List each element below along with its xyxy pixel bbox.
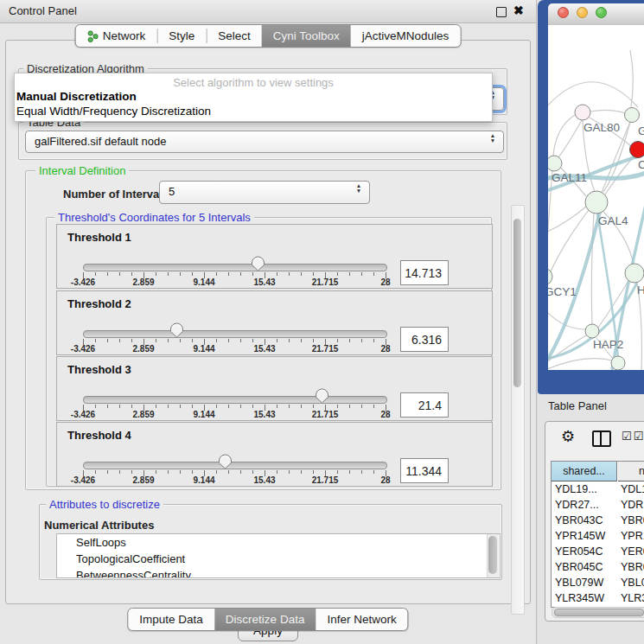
tab-label: Cyni Toolbox <box>273 25 340 47</box>
table-data-combobox[interactable]: galFiltered.sif default node ▲▼ <box>25 131 504 153</box>
slider-tick <box>289 470 290 474</box>
attributes-scrollbar[interactable] <box>487 534 499 577</box>
network-node-partial-node[interactable] <box>611 356 625 370</box>
slider-track[interactable] <box>83 462 387 469</box>
network-node-label: GAL11 <box>552 171 587 184</box>
control-panel-titlebar: Control Panel ✖ <box>0 0 536 23</box>
network-node-HAP2[interactable] <box>585 324 599 338</box>
slider-tick-label: 9.144 <box>178 475 230 485</box>
slider-tick-label: 15.43 <box>239 410 290 419</box>
num-intervals-combobox[interactable]: 5 ▲▼ <box>159 181 370 204</box>
slider-track[interactable] <box>83 330 387 338</box>
split-view-icon[interactable] <box>592 430 611 447</box>
slider-tick <box>301 405 302 408</box>
network-node-label: C <box>638 158 644 171</box>
network-node-GCY1[interactable] <box>548 268 552 285</box>
float-window-icon[interactable] <box>496 7 507 17</box>
network-node-GAL11[interactable] <box>548 156 562 171</box>
column-header-1[interactable]: shared... <box>552 462 617 481</box>
list-item[interactable]: BetweennessCentrality <box>57 567 500 578</box>
list-item[interactable]: TopologicalCoefficient <box>57 551 500 567</box>
threshold-value-field[interactable]: 14.713 <box>400 260 449 285</box>
table-row[interactable]: YBL079WYBL0 <box>552 575 644 590</box>
network-node-GAL80[interactable] <box>575 105 590 120</box>
close-icon[interactable]: ✖ <box>513 3 524 17</box>
network-node-H[interactable] <box>625 264 644 283</box>
slider-track[interactable] <box>83 264 387 271</box>
threshold-value-field[interactable]: 11.344 <box>400 458 449 483</box>
slider-tick-label: 2.859 <box>118 475 169 485</box>
slider-thumb[interactable] <box>251 256 265 271</box>
slider-track[interactable] <box>83 396 387 404</box>
slider-tick <box>349 339 350 342</box>
tab-network[interactable]: Network <box>76 25 157 47</box>
column-header-2[interactable]: n <box>618 462 644 481</box>
tab-impute-data[interactable]: Impute Data <box>128 609 214 630</box>
table-row[interactable]: YBR043CYBR0 <box>552 513 644 528</box>
network-edge <box>558 120 582 157</box>
network-node-label: GAL4 <box>598 214 628 227</box>
network-canvas[interactable]: GAL80GACGAL11GAL4GCY1HHAP2 <box>548 25 644 370</box>
table-cell: YLR3 <box>621 590 644 606</box>
table-row[interactable]: YLR345WYLR3 <box>552 590 644 606</box>
slider-tick <box>95 405 96 408</box>
slider-tick <box>361 339 362 342</box>
network-edge <box>548 82 638 108</box>
settings-scrollbar[interactable] <box>511 205 525 615</box>
scrollbar-thumb[interactable] <box>488 536 497 574</box>
algorithm-option[interactable]: Manual Discretization <box>16 90 137 103</box>
slider-tick <box>252 405 253 408</box>
threshold-label: Threshold 3 <box>67 363 131 376</box>
network-node-red-node[interactable] <box>630 142 644 158</box>
slider-thumb[interactable] <box>218 454 233 469</box>
tab-style[interactable]: Style <box>157 25 206 47</box>
network-node-GA[interactable] <box>625 108 640 123</box>
slider-tick-label: 9.144 <box>178 344 230 354</box>
algorithm-dropdown-popup: Select algorithm to view settings Manual… <box>14 73 493 122</box>
numerical-attributes-label: Numerical Attributes <box>44 519 154 532</box>
window-zoom-button[interactable] <box>596 7 607 18</box>
window-close-button[interactable] <box>558 7 569 18</box>
table-row[interactable]: YDL19...YDL1 <box>552 481 644 497</box>
slider-thumb[interactable] <box>315 388 329 404</box>
slider-tick <box>337 405 338 408</box>
table-row[interactable]: YPR145WYPR1 <box>552 528 644 544</box>
threshold-value-field[interactable]: 6.316 <box>400 327 449 352</box>
tab-infer-network[interactable]: Infer Network <box>316 609 407 630</box>
tab-select[interactable]: Select <box>207 25 262 47</box>
checkbox-icon[interactable]: ☑☑ <box>622 430 644 443</box>
scrollbar-thumb[interactable] <box>554 609 644 616</box>
slider-tick <box>252 470 253 474</box>
tab-jactivemnodules[interactable]: jActiveMNodules <box>351 25 461 47</box>
window-minimize-button[interactable] <box>577 7 588 18</box>
slider-tick <box>228 470 229 474</box>
table-row[interactable]: YER054CYER0 <box>552 544 644 559</box>
table-row[interactable]: YBR045CYBR0 <box>552 559 644 575</box>
algorithm-option[interactable]: Equal Width/Frequency Discretization <box>16 105 211 118</box>
slider-tick-label: 21.715 <box>299 410 351 419</box>
slider-tick <box>252 272 253 276</box>
network-node-GAL4[interactable] <box>585 191 608 214</box>
list-item[interactable]: SelfLoops <box>57 534 500 551</box>
slider-thumb[interactable] <box>169 322 184 338</box>
slider-tick-label: 9.144 <box>178 277 230 287</box>
threshold-value-field[interactable]: 21.4 <box>400 392 449 418</box>
node-table[interactable]: shared...nYDL19...YDL1YDR27...YDR2YBR043… <box>551 461 644 608</box>
slider-tick <box>313 272 314 276</box>
tab-cyni-toolbox[interactable]: Cyni Toolbox <box>262 25 351 47</box>
table-hscrollbar[interactable] <box>552 607 644 618</box>
gear-icon[interactable]: ⚙ <box>561 427 575 445</box>
slider-tick <box>131 272 132 276</box>
slider-tick <box>95 470 96 474</box>
network-window-titlebar[interactable] <box>548 3 644 26</box>
network-edge-thick <box>597 213 618 359</box>
network-icon <box>87 30 99 42</box>
numerical-attributes-list[interactable]: SelfLoopsTopologicalCoefficientBetweenne… <box>56 533 501 578</box>
slider-tick <box>156 272 156 276</box>
table-data-value: galFiltered.sif default node <box>35 135 166 148</box>
scrollbar-thumb[interactable] <box>513 219 521 387</box>
tab-discretize-data[interactable]: Discretize Data <box>214 609 316 630</box>
slider-tick <box>349 405 350 408</box>
combo-stepper-icon: ▲▼ <box>354 183 363 194</box>
table-row[interactable]: YDR27...YDR2 <box>552 497 644 513</box>
